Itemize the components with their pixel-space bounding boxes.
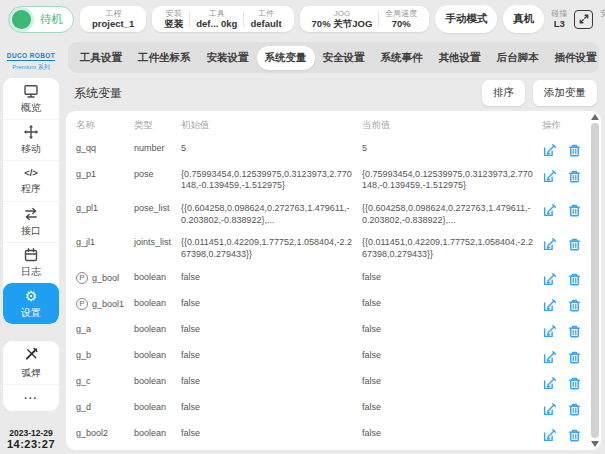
calendar-icon [23, 247, 39, 263]
sort-button[interactable]: 排序 [482, 80, 525, 106]
delete-icon[interactable] [567, 169, 582, 184]
delete-icon[interactable] [567, 428, 582, 443]
delete-icon[interactable] [567, 237, 582, 252]
table-row: P g_bool boolean false false [76, 266, 587, 292]
scroll-down-icon[interactable] [591, 441, 599, 447]
variable-type: boolean [134, 376, 181, 386]
edit-icon[interactable] [542, 376, 557, 391]
variable-initial-value: false [181, 298, 362, 310]
settings-tab[interactable]: 插件设置 [547, 46, 605, 70]
variable-name: g_p1 [76, 169, 96, 179]
sidebar: DUCO ROBOT Premium 系列 概览 移动 </> 程 [0, 38, 62, 454]
table-row: g_bool2 boolean false false [76, 422, 587, 448]
settings-tab[interactable]: 系统变量 [257, 46, 315, 70]
sidebar-item-label: 接口 [21, 224, 41, 238]
delete-icon[interactable] [567, 376, 582, 391]
mount-label: 安装 [166, 9, 182, 19]
table-row: g_d boolean false false [76, 396, 587, 422]
variable-name: g_d [76, 402, 91, 412]
edit-icon[interactable] [542, 402, 557, 417]
persistent-badge: P [76, 298, 88, 310]
delete-icon[interactable] [567, 402, 582, 417]
table-scrollbar[interactable] [590, 114, 599, 447]
delete-icon[interactable] [567, 350, 582, 365]
variable-current-value: {0.75993454,0.12539975,0.3123973,2.77014… [362, 169, 542, 192]
move-arrows-icon [23, 124, 39, 140]
variable-type: joints_list [134, 237, 181, 247]
safety-check: 安全校验 c231 [599, 9, 605, 30]
variable-name: g_bool1 [92, 299, 124, 309]
table-row: g_qq number 5 5 [76, 137, 587, 163]
table-row: g_pl1 pose_list {{0.604258,0.098624,0.27… [76, 197, 587, 231]
add-variable-button[interactable]: 添加变量 [533, 80, 597, 106]
table-row: g_p1 pose {0.75993454,0.12539975,0.31239… [76, 163, 587, 197]
delete-icon[interactable] [567, 272, 582, 287]
edit-icon[interactable] [542, 203, 557, 218]
settings-tab[interactable]: 其他设置 [431, 46, 489, 70]
sidebar-item-settings[interactable]: ⚙ 设置 [3, 283, 59, 324]
sidebar-item-program[interactable]: </> 程序 [3, 160, 59, 201]
edit-icon[interactable] [542, 324, 557, 339]
sidebar-item-move[interactable]: 移动 [3, 119, 59, 160]
delete-icon[interactable] [567, 298, 582, 313]
edit-icon[interactable] [542, 143, 557, 158]
manual-mode-button[interactable]: 手动模式 [435, 5, 497, 33]
settings-tab[interactable]: 后台脚本 [489, 46, 547, 70]
collision-label: 碰撞 [551, 9, 567, 19]
delete-icon[interactable] [567, 203, 582, 218]
edit-icon[interactable] [542, 237, 557, 252]
settings-tab[interactable]: 工件坐标系 [130, 46, 199, 70]
variable-initial-value: false [181, 350, 362, 362]
settings-tab[interactable]: 安全设置 [315, 46, 373, 70]
variable-type: pose_list [134, 203, 181, 213]
sidebar-item-interface[interactable]: 接口 [3, 201, 59, 242]
project-pill[interactable]: 工程 project_1 [80, 6, 146, 33]
edit-icon[interactable] [542, 428, 557, 443]
variable-name: g_qq [76, 143, 96, 153]
expand-arrows-icon[interactable] [574, 10, 593, 29]
variable-current-value: {{0.011451,0.42209,1.77752,1.058404,-2.2… [362, 237, 542, 260]
mount-tool-workpiece-pill[interactable]: 安装 竖装 工具 def... 0kg 工件 default [152, 6, 293, 33]
sidebar-item-overview[interactable]: 概览 [3, 78, 59, 119]
sidebar-item-label: 程序 [21, 182, 41, 196]
delete-icon[interactable] [567, 324, 582, 339]
sidebar-item-label: 概览 [21, 101, 41, 115]
workpiece-value: default [250, 18, 281, 29]
safety-check-label: 安全校验 [600, 9, 605, 19]
variable-initial-value: false [181, 402, 362, 414]
col-header-initial: 初始值 [181, 119, 362, 131]
edit-icon[interactable] [542, 169, 557, 184]
variable-initial-value: false [181, 428, 362, 440]
scroll-up-icon[interactable] [591, 114, 599, 120]
sidebar-item-log[interactable]: 日志 [3, 242, 59, 283]
variable-type: boolean [134, 324, 181, 334]
jog-speed-pill[interactable]: JOG 70% 关节JOG 全局速度 70% [300, 6, 430, 33]
global-speed-value: 70% [392, 18, 411, 29]
settings-tab[interactable]: 工具设置 [72, 46, 130, 70]
sidebar-item-more[interactable]: ··· [3, 385, 59, 411]
robot-status-pill[interactable]: 待机 [8, 6, 74, 33]
edit-icon[interactable] [542, 298, 557, 313]
sidebar-item-arc-welding[interactable]: 弧焊 [3, 341, 59, 385]
table-row: P g_bool1 boolean false false [76, 292, 587, 318]
table-row: g_jl1 joints_list {{0.011451,0.42209,1.7… [76, 232, 587, 266]
divider [243, 11, 244, 28]
variable-initial-value: 5 [181, 143, 362, 155]
real-machine-button[interactable]: 真机 [503, 5, 544, 33]
variable-current-value: false [362, 272, 542, 284]
table-row: g_b boolean false false [76, 344, 587, 370]
edit-icon[interactable] [542, 272, 557, 287]
scrollbar-thumb[interactable] [591, 123, 599, 438]
delete-icon[interactable] [567, 143, 582, 158]
table-body: g_qq number 5 5 [76, 137, 587, 450]
table-row: g_a boolean false false [76, 318, 587, 344]
workpiece-label: 工件 [258, 9, 274, 19]
time-text: 14:23:27 [3, 438, 59, 450]
settings-tab[interactable]: 安装设置 [199, 46, 257, 70]
edit-icon[interactable] [542, 350, 557, 365]
variable-name: g_c [76, 376, 91, 386]
variable-type: boolean [134, 428, 181, 438]
settings-tab[interactable]: 系统事件 [373, 46, 431, 70]
col-header-type: 类型 [134, 119, 181, 132]
variable-type: number [134, 143, 181, 153]
